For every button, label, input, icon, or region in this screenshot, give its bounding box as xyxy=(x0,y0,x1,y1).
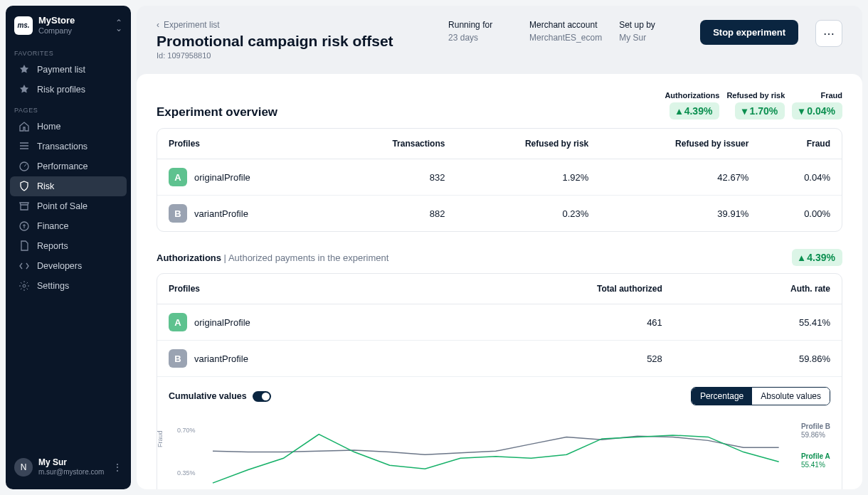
breadcrumb[interactable]: ‹ Experiment list xyxy=(157,20,393,30)
sidebar-item-label: Settings xyxy=(37,281,69,291)
col-header: Transactions xyxy=(331,129,456,159)
authorizations-table: ProfilesTotal authorizedAuth. rate Aorig… xyxy=(157,274,842,376)
page-header: ‹ Experiment list Promotional campaign r… xyxy=(137,6,862,70)
profile-name: variantProfile xyxy=(194,353,248,364)
sidebar-item-developers[interactable]: Developers xyxy=(10,256,127,276)
col-header: Refused by risk xyxy=(456,129,600,159)
file-icon xyxy=(18,240,30,252)
sidebar-item-point-of-sale[interactable]: Point of Sale xyxy=(10,196,127,216)
overview-title: Experiment overview xyxy=(157,105,277,119)
authorizations-card: ProfilesTotal authorizedAuth. rate Aorig… xyxy=(157,273,842,489)
sidebar-item-performance[interactable]: Performance xyxy=(10,156,127,176)
sidebar-item-reports[interactable]: Reports xyxy=(10,236,127,256)
more-actions-button[interactable]: ⋯ xyxy=(815,20,842,47)
profile-badge: A xyxy=(169,168,187,186)
gauge-icon xyxy=(18,161,30,172)
overview-table-card: ProfilesTransactionsRefused by riskRefus… xyxy=(157,128,842,232)
store-icon xyxy=(18,201,30,212)
coin-icon xyxy=(18,220,30,232)
sidebar-item-label: Performance xyxy=(37,161,88,171)
overview-table: ProfilesTransactionsRefused by riskRefus… xyxy=(157,129,842,231)
profile-name: originalProfile xyxy=(194,172,250,183)
sidebar-item-finance[interactable]: Finance xyxy=(10,216,127,236)
segment-absolute[interactable]: Absolute values xyxy=(752,388,830,405)
meta-running-for: Running for 23 days xyxy=(448,20,512,43)
cumulative-toggle-group: Cumulative values xyxy=(169,391,271,402)
caret-up-icon: ▴ xyxy=(799,252,804,263)
ytick-1: 0.35% xyxy=(177,469,196,477)
sidebar-item-label: Point of Sale xyxy=(37,201,88,211)
sidebar-item-label: Home xyxy=(37,122,60,132)
table-row: AoriginalProfile8321.92%42.67%0.04% xyxy=(157,159,842,196)
stop-experiment-button[interactable]: Stop experiment xyxy=(700,20,798,45)
meta-merchant-account: Merchant account MerchantES_ecom xyxy=(529,20,602,43)
sidebar: ms. MyStore Company ⌃⌄ FAVORITES Payment… xyxy=(6,6,131,489)
sidebar-item-label: Risk profiles xyxy=(37,85,85,95)
cumulative-label: Cumulative values xyxy=(169,391,247,401)
profile-badge: A xyxy=(169,313,187,331)
profile-badge: B xyxy=(169,204,187,223)
col-header: Profiles xyxy=(157,129,331,159)
segment-percentage[interactable]: Percentage xyxy=(692,388,752,405)
sidebar-item-risk[interactable]: Risk xyxy=(10,176,127,196)
profile-name: originalProfile xyxy=(194,317,250,328)
legend-profile-b: Profile B 59.86% xyxy=(801,422,830,440)
stat-authorizations: Authorizations▴ 4.39% xyxy=(665,91,719,119)
cumulative-toggle[interactable] xyxy=(253,391,271,402)
brand-chevron-icon: ⌃⌄ xyxy=(115,20,122,31)
svg-point-2 xyxy=(23,284,26,287)
experiment-id: Id: 1097958810 xyxy=(157,51,393,60)
authorizations-badge: ▴ 4.39% xyxy=(792,249,842,266)
pages-heading: PAGES xyxy=(6,100,131,117)
sidebar-item-label: Transactions xyxy=(37,142,88,151)
shield-icon xyxy=(18,181,30,192)
user-email: m.sur@mystore.com xyxy=(38,468,107,477)
sidebar-item-home[interactable]: Home xyxy=(10,117,127,137)
status-badge: ▾ 0.04% xyxy=(792,102,842,119)
more-icon[interactable]: ⋮ xyxy=(112,462,122,473)
stat-refused-by-risk: Refused by risk▾ 1.70% xyxy=(726,91,785,119)
brand-switcher[interactable]: ms. MyStore Company ⌃⌄ xyxy=(6,13,131,43)
table-row: BvariantProfile52859.86% xyxy=(157,341,842,377)
stat-fraud: Fraud▾ 0.04% xyxy=(792,91,842,119)
profile-badge: B xyxy=(169,349,187,368)
user-name: My Sur xyxy=(38,458,107,468)
table-row: AoriginalProfile46155.41% xyxy=(157,304,842,341)
sidebar-item-label: Finance xyxy=(37,221,68,231)
sidebar-item-label: Payment list xyxy=(37,65,85,75)
col-header: Profiles xyxy=(157,274,438,304)
main: ‹ Experiment list Promotional campaign r… xyxy=(137,6,862,489)
brand-name: MyStore xyxy=(38,16,110,26)
user-menu[interactable]: N My Sur m.sur@mystore.com ⋮ xyxy=(6,452,131,482)
brand-subtitle: Company xyxy=(38,26,110,36)
value-mode-segment: Percentage Absolute values xyxy=(691,387,830,405)
table-row: BvariantProfile8820.23%39.91%0.00% xyxy=(157,196,842,232)
authorizations-heading: Authorizations | Authorized payments in … xyxy=(157,252,388,263)
chart-ylabel: Fraud xyxy=(157,430,164,447)
sidebar-item-label: Reports xyxy=(37,241,68,251)
star-icon xyxy=(18,64,30,75)
authorizations-chart: Fraud 0.70% 0.35% Profile B 59.86% Profi… xyxy=(157,415,842,489)
code-icon xyxy=(18,260,30,272)
col-header: Auth. rate xyxy=(674,274,842,304)
sidebar-item-transactions[interactable]: Transactions xyxy=(10,137,127,156)
favorites-heading: FAVORITES xyxy=(6,43,131,60)
sidebar-item-label: Developers xyxy=(37,261,82,271)
avatar: N xyxy=(14,458,33,477)
caret-up-icon: ▴ xyxy=(677,105,682,117)
sidebar-item-settings[interactable]: Settings xyxy=(10,276,127,296)
page-title: Promotional campaign risk offset xyxy=(157,33,393,50)
col-header: Refused by issuer xyxy=(600,129,760,159)
col-header: Fraud xyxy=(760,129,842,159)
ytick-0: 0.70% xyxy=(177,427,196,434)
list-icon xyxy=(18,141,30,152)
meta-set-up-by: Set up by My Sur xyxy=(619,20,683,43)
caret-down-icon: ▾ xyxy=(799,105,804,117)
sidebar-item-payment-list[interactable]: Payment list xyxy=(10,60,127,80)
status-badge: ▾ 1.70% xyxy=(735,102,785,119)
caret-down-icon: ▾ xyxy=(742,105,747,117)
brand-logo: ms. xyxy=(14,16,33,35)
chevron-left-icon: ‹ xyxy=(157,20,159,30)
sidebar-item-risk-profiles[interactable]: Risk profiles xyxy=(10,80,127,100)
status-badge: ▴ 4.39% xyxy=(669,102,720,119)
